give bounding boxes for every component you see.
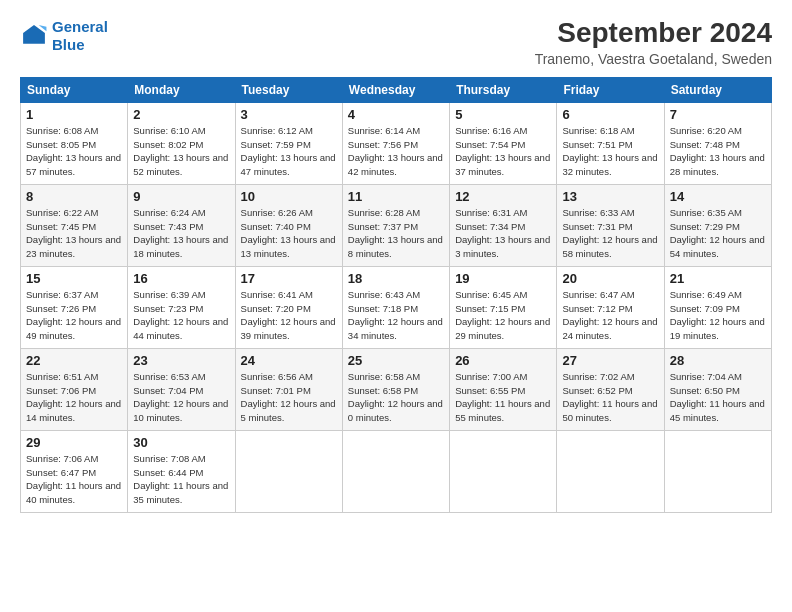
calendar-cell: 1Sunrise: 6:08 AMSunset: 8:05 PMDaylight… (21, 102, 128, 184)
col-header-thursday: Thursday (450, 77, 557, 102)
day-number: 12 (455, 189, 551, 204)
day-number: 4 (348, 107, 444, 122)
day-number: 2 (133, 107, 229, 122)
calendar-cell: 14Sunrise: 6:35 AMSunset: 7:29 PMDayligh… (664, 184, 771, 266)
day-info: Sunrise: 6:16 AMSunset: 7:54 PMDaylight:… (455, 124, 551, 179)
calendar-cell: 10Sunrise: 6:26 AMSunset: 7:40 PMDayligh… (235, 184, 342, 266)
day-number: 22 (26, 353, 122, 368)
calendar-cell: 3Sunrise: 6:12 AMSunset: 7:59 PMDaylight… (235, 102, 342, 184)
col-header-tuesday: Tuesday (235, 77, 342, 102)
day-info: Sunrise: 6:20 AMSunset: 7:48 PMDaylight:… (670, 124, 766, 179)
calendar-cell: 11Sunrise: 6:28 AMSunset: 7:37 PMDayligh… (342, 184, 449, 266)
calendar-cell: 16Sunrise: 6:39 AMSunset: 7:23 PMDayligh… (128, 266, 235, 348)
day-number: 23 (133, 353, 229, 368)
day-number: 11 (348, 189, 444, 204)
day-info: Sunrise: 6:31 AMSunset: 7:34 PMDaylight:… (455, 206, 551, 261)
calendar-cell: 27Sunrise: 7:02 AMSunset: 6:52 PMDayligh… (557, 348, 664, 430)
day-number: 19 (455, 271, 551, 286)
day-info: Sunrise: 6:43 AMSunset: 7:18 PMDaylight:… (348, 288, 444, 343)
calendar-cell: 19Sunrise: 6:45 AMSunset: 7:15 PMDayligh… (450, 266, 557, 348)
day-number: 20 (562, 271, 658, 286)
day-info: Sunrise: 6:12 AMSunset: 7:59 PMDaylight:… (241, 124, 337, 179)
calendar-cell: 7Sunrise: 6:20 AMSunset: 7:48 PMDaylight… (664, 102, 771, 184)
calendar-week-4: 22Sunrise: 6:51 AMSunset: 7:06 PMDayligh… (21, 348, 772, 430)
day-info: Sunrise: 6:39 AMSunset: 7:23 PMDaylight:… (133, 288, 229, 343)
calendar-cell: 15Sunrise: 6:37 AMSunset: 7:26 PMDayligh… (21, 266, 128, 348)
logo-blue: Blue (52, 36, 85, 53)
day-number: 14 (670, 189, 766, 204)
calendar-body: 1Sunrise: 6:08 AMSunset: 8:05 PMDaylight… (21, 102, 772, 512)
calendar-title: September 2024 (535, 18, 772, 49)
day-info: Sunrise: 7:02 AMSunset: 6:52 PMDaylight:… (562, 370, 658, 425)
col-header-monday: Monday (128, 77, 235, 102)
calendar-cell: 25Sunrise: 6:58 AMSunset: 6:58 PMDayligh… (342, 348, 449, 430)
calendar-cell: 29Sunrise: 7:06 AMSunset: 6:47 PMDayligh… (21, 430, 128, 512)
title-block: September 2024 Tranemo, Vaestra Goetalan… (535, 18, 772, 67)
day-info: Sunrise: 6:49 AMSunset: 7:09 PMDaylight:… (670, 288, 766, 343)
day-number: 21 (670, 271, 766, 286)
day-info: Sunrise: 6:41 AMSunset: 7:20 PMDaylight:… (241, 288, 337, 343)
day-info: Sunrise: 7:06 AMSunset: 6:47 PMDaylight:… (26, 452, 122, 507)
calendar-cell: 13Sunrise: 6:33 AMSunset: 7:31 PMDayligh… (557, 184, 664, 266)
calendar-header-row: SundayMondayTuesdayWednesdayThursdayFrid… (21, 77, 772, 102)
day-number: 30 (133, 435, 229, 450)
day-number: 15 (26, 271, 122, 286)
calendar-cell: 17Sunrise: 6:41 AMSunset: 7:20 PMDayligh… (235, 266, 342, 348)
day-info: Sunrise: 6:51 AMSunset: 7:06 PMDaylight:… (26, 370, 122, 425)
calendar-cell: 12Sunrise: 6:31 AMSunset: 7:34 PMDayligh… (450, 184, 557, 266)
svg-marker-0 (23, 25, 45, 44)
day-info: Sunrise: 6:53 AMSunset: 7:04 PMDaylight:… (133, 370, 229, 425)
calendar-cell: 30Sunrise: 7:08 AMSunset: 6:44 PMDayligh… (128, 430, 235, 512)
calendar-week-3: 15Sunrise: 6:37 AMSunset: 7:26 PMDayligh… (21, 266, 772, 348)
col-header-sunday: Sunday (21, 77, 128, 102)
calendar-cell: 23Sunrise: 6:53 AMSunset: 7:04 PMDayligh… (128, 348, 235, 430)
logo-icon (20, 22, 48, 50)
day-number: 6 (562, 107, 658, 122)
calendar-week-5: 29Sunrise: 7:06 AMSunset: 6:47 PMDayligh… (21, 430, 772, 512)
calendar-cell: 24Sunrise: 6:56 AMSunset: 7:01 PMDayligh… (235, 348, 342, 430)
day-number: 13 (562, 189, 658, 204)
day-number: 5 (455, 107, 551, 122)
day-info: Sunrise: 7:00 AMSunset: 6:55 PMDaylight:… (455, 370, 551, 425)
day-info: Sunrise: 6:35 AMSunset: 7:29 PMDaylight:… (670, 206, 766, 261)
calendar-cell (342, 430, 449, 512)
day-number: 1 (26, 107, 122, 122)
header: General Blue September 2024 Tranemo, Vae… (20, 18, 772, 67)
calendar-cell: 8Sunrise: 6:22 AMSunset: 7:45 PMDaylight… (21, 184, 128, 266)
calendar-subtitle: Tranemo, Vaestra Goetaland, Sweden (535, 51, 772, 67)
calendar-cell: 28Sunrise: 7:04 AMSunset: 6:50 PMDayligh… (664, 348, 771, 430)
logo-text: General Blue (52, 18, 108, 54)
day-number: 26 (455, 353, 551, 368)
day-number: 18 (348, 271, 444, 286)
logo-general: General (52, 18, 108, 35)
calendar-cell: 4Sunrise: 6:14 AMSunset: 7:56 PMDaylight… (342, 102, 449, 184)
day-info: Sunrise: 6:58 AMSunset: 6:58 PMDaylight:… (348, 370, 444, 425)
day-number: 9 (133, 189, 229, 204)
calendar-cell: 26Sunrise: 7:00 AMSunset: 6:55 PMDayligh… (450, 348, 557, 430)
calendar-cell (557, 430, 664, 512)
calendar-cell: 18Sunrise: 6:43 AMSunset: 7:18 PMDayligh… (342, 266, 449, 348)
day-number: 17 (241, 271, 337, 286)
day-info: Sunrise: 6:56 AMSunset: 7:01 PMDaylight:… (241, 370, 337, 425)
day-info: Sunrise: 6:26 AMSunset: 7:40 PMDaylight:… (241, 206, 337, 261)
calendar-cell (664, 430, 771, 512)
day-number: 25 (348, 353, 444, 368)
calendar-cell: 9Sunrise: 6:24 AMSunset: 7:43 PMDaylight… (128, 184, 235, 266)
calendar-week-1: 1Sunrise: 6:08 AMSunset: 8:05 PMDaylight… (21, 102, 772, 184)
day-number: 10 (241, 189, 337, 204)
col-header-friday: Friday (557, 77, 664, 102)
col-header-wednesday: Wednesday (342, 77, 449, 102)
day-info: Sunrise: 6:24 AMSunset: 7:43 PMDaylight:… (133, 206, 229, 261)
calendar-cell: 21Sunrise: 6:49 AMSunset: 7:09 PMDayligh… (664, 266, 771, 348)
day-info: Sunrise: 7:04 AMSunset: 6:50 PMDaylight:… (670, 370, 766, 425)
day-number: 29 (26, 435, 122, 450)
calendar-cell: 5Sunrise: 6:16 AMSunset: 7:54 PMDaylight… (450, 102, 557, 184)
day-info: Sunrise: 6:45 AMSunset: 7:15 PMDaylight:… (455, 288, 551, 343)
calendar-cell (450, 430, 557, 512)
day-info: Sunrise: 6:47 AMSunset: 7:12 PMDaylight:… (562, 288, 658, 343)
day-info: Sunrise: 6:18 AMSunset: 7:51 PMDaylight:… (562, 124, 658, 179)
day-info: Sunrise: 6:28 AMSunset: 7:37 PMDaylight:… (348, 206, 444, 261)
day-info: Sunrise: 6:33 AMSunset: 7:31 PMDaylight:… (562, 206, 658, 261)
day-number: 8 (26, 189, 122, 204)
day-info: Sunrise: 6:08 AMSunset: 8:05 PMDaylight:… (26, 124, 122, 179)
